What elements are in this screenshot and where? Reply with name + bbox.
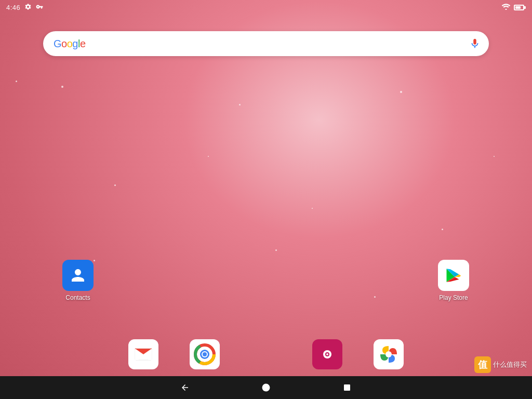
back-button[interactable] [176, 378, 194, 397]
sparkle [61, 86, 63, 88]
chrome-dock-icon[interactable] [190, 339, 220, 369]
sparkle [400, 91, 402, 93]
mic-icon[interactable] [469, 38, 481, 49]
status-bar: 4:46 [0, 0, 532, 15]
watermark-badge-text: 值 [478, 358, 487, 371]
contacts-app-icon[interactable]: Contacts [62, 260, 94, 301]
home-button[interactable] [257, 378, 275, 397]
gmail-icon [128, 339, 158, 369]
svg-rect-14 [344, 384, 350, 391]
status-right [501, 3, 526, 12]
search-bar[interactable]: Google [43, 31, 489, 56]
watermark-badge: 值 [474, 356, 491, 373]
gmail-dock-icon[interactable] [128, 339, 158, 369]
sparkle [114, 184, 116, 186]
playstore-icon [438, 260, 469, 291]
sparkle [494, 156, 495, 157]
sparkle [239, 104, 241, 105]
svg-point-7 [203, 352, 207, 356]
sparkle [442, 229, 443, 230]
sparkle [275, 249, 277, 251]
watermark-label: 什么值得买 [493, 360, 527, 369]
playstore-app-icon[interactable]: Play Store [438, 260, 469, 301]
photos-icon [374, 339, 404, 369]
wifi-icon [501, 3, 511, 12]
music-dock-icon[interactable] [312, 339, 342, 369]
playstore-label: Play Store [439, 294, 468, 301]
sparkle [374, 296, 376, 298]
status-time: 4:46 [6, 4, 20, 11]
photos-dock-icon[interactable] [374, 339, 404, 369]
svg-point-11 [326, 353, 328, 355]
battery-icon [514, 5, 526, 10]
watermark: 值 什么值得买 [474, 356, 527, 373]
contacts-icon [62, 260, 94, 291]
recents-button[interactable] [338, 378, 356, 397]
dock [0, 334, 532, 375]
vpn-icon [36, 3, 43, 11]
svg-point-12 [385, 351, 392, 357]
sparkle [16, 81, 17, 82]
chrome-icon [190, 339, 220, 369]
nav-bar [0, 376, 532, 399]
settings-icon [24, 3, 32, 11]
music-icon [312, 339, 342, 369]
google-logo: Google [54, 38, 86, 50]
sparkle [208, 156, 209, 157]
sparkle [94, 260, 95, 261]
sparkle [312, 208, 313, 209]
svg-point-13 [262, 384, 270, 392]
contacts-label: Contacts [65, 294, 90, 301]
status-left: 4:46 [6, 3, 43, 11]
